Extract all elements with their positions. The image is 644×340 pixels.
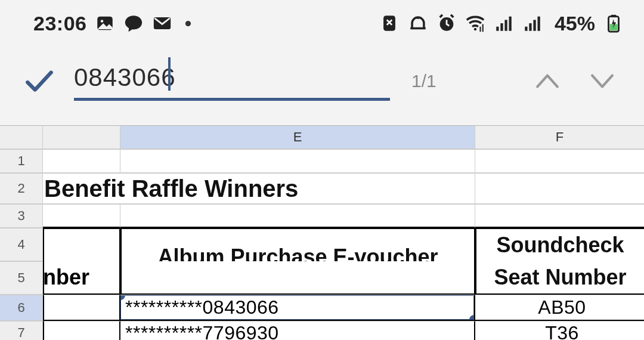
cell-value: **********0843066 xyxy=(125,296,279,319)
signal-1-icon xyxy=(494,13,514,33)
chat-icon xyxy=(123,13,144,33)
input-underline xyxy=(74,98,390,101)
corner-cell[interactable] xyxy=(0,125,43,149)
text-caret xyxy=(168,57,171,91)
status-left: 23:06 • xyxy=(33,12,191,35)
cell[interactable] xyxy=(43,204,120,228)
row-4: 4 Album Purchase E-voucher Soundcheck xyxy=(0,228,644,261)
spreadsheet[interactable]: E F 1 2 Benefit Raffle Winners 3 4 Album… xyxy=(0,125,644,340)
row-2: 2 Benefit Raffle Winners xyxy=(0,173,644,204)
svg-rect-10 xyxy=(525,27,527,31)
cell[interactable] xyxy=(43,321,120,340)
status-bar: 23:06 • 45% xyxy=(0,0,644,42)
svg-point-5 xyxy=(474,28,477,31)
header-cell-f-top[interactable]: Soundcheck xyxy=(475,228,644,261)
cell[interactable] xyxy=(475,149,644,173)
cell[interactable] xyxy=(120,204,475,228)
cell[interactable] xyxy=(120,149,475,173)
cell[interactable] xyxy=(43,149,120,173)
column-header-row: E F xyxy=(0,125,644,149)
row-3: 3 xyxy=(0,204,644,228)
card-icon xyxy=(379,13,400,33)
search-value: 0843066 xyxy=(74,61,176,98)
row-gutter[interactable]: 7 xyxy=(0,321,43,340)
header-cell-e-bot[interactable] xyxy=(120,261,475,295)
row-gutter[interactable]: 4 xyxy=(0,228,43,261)
svg-rect-11 xyxy=(529,23,531,31)
svg-point-1 xyxy=(101,20,104,23)
cell[interactable] xyxy=(475,173,644,204)
cell-e6[interactable]: **********0843066 xyxy=(120,295,475,321)
mail-icon xyxy=(152,13,172,33)
confirm-button[interactable] xyxy=(24,69,55,94)
prev-match-button[interactable] xyxy=(530,63,565,99)
svg-rect-7 xyxy=(500,23,503,31)
svg-rect-8 xyxy=(504,20,507,30)
cell[interactable] xyxy=(43,295,120,321)
header-f-line2: Seat Number xyxy=(494,265,626,290)
match-count: 1/1 xyxy=(411,71,436,91)
cell-value: T36 xyxy=(545,322,579,341)
header-cell-d-top[interactable] xyxy=(43,228,120,261)
alarm-icon xyxy=(436,13,457,33)
svg-rect-13 xyxy=(537,17,540,31)
title-cell[interactable]: Benefit Raffle Winners xyxy=(43,173,120,204)
selection-handle[interactable] xyxy=(120,295,125,300)
row-6: 6 **********0843066 AB50 xyxy=(0,295,644,321)
col-header-d[interactable] xyxy=(43,125,120,149)
battery-icon xyxy=(603,13,624,33)
cell-f6[interactable]: AB50 xyxy=(475,295,644,321)
search-input[interactable]: 0843066 xyxy=(74,61,390,101)
selection-handle[interactable] xyxy=(469,315,475,321)
sheet-title: Benefit Raffle Winners xyxy=(44,175,298,202)
row-5: 5 nber Seat Number xyxy=(0,261,644,295)
row-gutter[interactable]: 5 xyxy=(0,261,43,295)
row-gutter[interactable]: 3 xyxy=(0,204,43,228)
svg-rect-16 xyxy=(610,24,618,30)
cell-value: **********7796930 xyxy=(125,322,279,341)
row-gutter[interactable]: 2 xyxy=(0,173,43,204)
cell[interactable] xyxy=(475,204,644,228)
header-cell-e-top[interactable]: Album Purchase E-voucher xyxy=(120,228,475,261)
find-bar: 0843066 1/1 xyxy=(0,42,644,125)
row-gutter[interactable]: 1 xyxy=(0,149,43,173)
svg-rect-15 xyxy=(611,15,617,17)
cell-e7[interactable]: **********7796930 xyxy=(120,321,475,340)
header-cell-d-bot[interactable]: nber xyxy=(43,261,120,295)
image-icon xyxy=(95,13,115,33)
row-7: 7 **********7796930 T36 xyxy=(0,321,644,340)
battery-text: 45% xyxy=(555,12,595,35)
svg-rect-12 xyxy=(533,20,535,30)
cell-value: AB50 xyxy=(538,296,586,319)
col-header-f[interactable]: F xyxy=(475,125,644,149)
status-time: 23:06 xyxy=(33,12,86,35)
col-header-e[interactable]: E xyxy=(120,125,475,149)
wifi-icon xyxy=(465,13,485,33)
header-cell-f-bot[interactable]: Seat Number xyxy=(475,261,644,295)
row-gutter[interactable]: 6 xyxy=(0,295,43,321)
svg-rect-9 xyxy=(509,17,511,31)
next-match-button[interactable] xyxy=(584,63,620,99)
row-1: 1 xyxy=(0,149,644,173)
header-d-fragment: nber xyxy=(43,265,89,290)
cell-f7[interactable]: T36 xyxy=(475,321,644,340)
dnd-icon xyxy=(408,13,428,33)
status-right: 45% xyxy=(379,12,624,35)
svg-rect-6 xyxy=(496,27,499,31)
signal-2-icon xyxy=(522,13,543,33)
header-e-label: Album Purchase E-voucher xyxy=(122,245,474,261)
header-f-line1: Soundcheck xyxy=(496,233,624,258)
